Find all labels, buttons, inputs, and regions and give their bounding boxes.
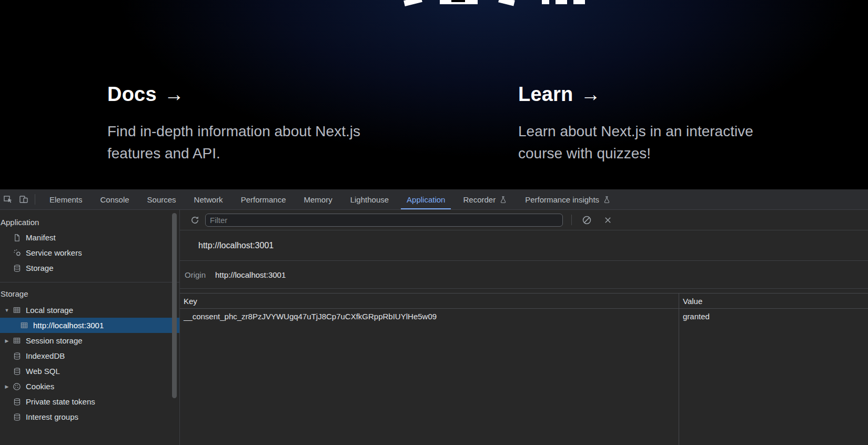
database-icon: [12, 351, 22, 361]
toolbar-separator: [571, 215, 572, 225]
arrow-right-icon: →: [164, 83, 184, 106]
docs-card-title: Docs →: [107, 83, 391, 106]
tab-network[interactable]: Network: [185, 189, 232, 209]
logo-fragment: [403, 0, 422, 6]
service-worker-icon: [12, 248, 22, 258]
tab-performance-insights[interactable]: Performance insights: [516, 189, 620, 209]
learn-title-text: Learn: [518, 83, 573, 106]
column-divider[interactable]: [679, 294, 679, 445]
sidebar-section-application: Application: [0, 214, 179, 230]
tab-label: Lighthouse: [350, 195, 389, 204]
storage-data-grid: Key Value __consent_phc_zr8PzJVYWUgq47uT…: [180, 293, 868, 445]
logo-fragment: [556, 0, 567, 4]
sidebar-item-web-sql[interactable]: Web SQL: [0, 363, 179, 379]
docs-card[interactable]: Docs → Find in-depth information about N…: [107, 83, 391, 165]
tab-label: Elements: [49, 195, 83, 204]
tab-lighthouse[interactable]: Lighthouse: [341, 189, 398, 209]
sidebar-item-http-localhost-3001[interactable]: http://localhost:3001: [0, 318, 179, 333]
tab-label: Sources: [147, 195, 176, 204]
learn-card-title: Learn →: [518, 83, 781, 106]
table-row[interactable]: __consent_phc_zr8PzJVYWUgq47uTjJ8Cp7uCXf…: [180, 309, 868, 324]
database-icon: [12, 264, 22, 273]
sidebar-item-label: Session storage: [26, 336, 83, 345]
arrow-right-icon: →: [580, 83, 600, 106]
document-icon: [12, 233, 22, 242]
devtools-tab-bar: ElementsConsoleSourcesNetworkPerformance…: [0, 189, 868, 210]
expander-open-icon[interactable]: ▼: [2, 308, 12, 313]
sidebar-item-manifest[interactable]: Manifest: [0, 230, 179, 245]
tab-label: Application: [407, 195, 445, 204]
application-sidebar: ApplicationManifestService workersStorag…: [0, 210, 180, 445]
value-column-header[interactable]: Value: [679, 297, 868, 306]
value-cell: granted: [679, 312, 868, 321]
delete-selected-icon[interactable]: [600, 213, 615, 227]
devtools-body: ApplicationManifestService workersStorag…: [0, 210, 868, 445]
database-icon: [12, 397, 22, 407]
filter-input[interactable]: [205, 214, 563, 227]
tab-label: Network: [194, 195, 223, 204]
sidebar-item-storage[interactable]: Storage: [0, 260, 179, 276]
tab-label: Recorder: [463, 195, 496, 204]
tab-label: Performance insights: [525, 195, 599, 204]
sidebar-item-private-state-tokens[interactable]: Private state tokens: [0, 394, 179, 409]
tab-application[interactable]: Application: [398, 189, 454, 209]
sidebar-item-label: Private state tokens: [26, 397, 95, 406]
inspect-element-icon[interactable]: [0, 189, 16, 209]
storage-origin-item[interactable]: http://localhost:3001: [180, 230, 868, 261]
table-icon: [19, 321, 29, 330]
sidebar-item-label: Storage: [26, 264, 54, 272]
expander-closed-icon[interactable]: ▶: [2, 338, 12, 343]
logo-fragment: [573, 0, 585, 4]
storage-main-panel: http://localhost:3001 Origin http://loca…: [180, 210, 868, 445]
tab-label: Memory: [304, 195, 332, 204]
sidebar-item-session-storage[interactable]: ▶Session storage: [0, 333, 179, 348]
database-icon: [12, 367, 22, 376]
sidebar-item-cookies[interactable]: ▶Cookies: [0, 379, 179, 394]
devtools-panel: ElementsConsoleSourcesNetworkPerformance…: [0, 189, 868, 445]
storage-origin-label: http://localhost:3001: [198, 241, 274, 250]
grid-rows: __consent_phc_zr8PzJVYWUgq47uTjJ8Cp7uCXf…: [180, 309, 868, 324]
sidebar-item-label: Manifest: [26, 233, 56, 242]
experiment-flask-icon: [603, 196, 611, 204]
expander-closed-icon[interactable]: ▶: [2, 384, 12, 389]
docs-card-description: Find in-depth information about Next.js …: [107, 120, 391, 165]
device-toolbar-icon[interactable]: [16, 189, 32, 209]
sidebar-item-label: http://localhost:3001: [33, 321, 104, 330]
refresh-icon[interactable]: [187, 213, 202, 227]
logo-fragment: [542, 0, 549, 4]
cookie-icon: [12, 382, 22, 391]
grid-header-row: Key Value: [180, 294, 868, 309]
tab-label: Performance: [241, 195, 286, 204]
sidebar-item-service-workers[interactable]: Service workers: [0, 245, 179, 260]
origin-label: Origin: [185, 270, 206, 279]
origin-metadata-row: Origin http://localhost:3001: [180, 261, 868, 289]
logo-fragment: [498, 0, 515, 6]
tab-elements[interactable]: Elements: [41, 189, 92, 209]
sidebar-tree: ApplicationManifestService workersStorag…: [0, 210, 179, 424]
sidebar-item-label: Cookies: [26, 382, 54, 391]
database-icon: [12, 412, 22, 422]
tab-memory[interactable]: Memory: [295, 189, 341, 209]
table-icon: [12, 336, 22, 346]
key-column-header[interactable]: Key: [180, 297, 679, 306]
sidebar-item-local-storage[interactable]: ▼Local storage: [0, 302, 179, 318]
tab-sources[interactable]: Sources: [138, 189, 185, 209]
devtools-tabs: ElementsConsoleSourcesNetworkPerformance…: [41, 189, 620, 209]
hero-clipped-graphic: [0, 0, 868, 7]
tab-console[interactable]: Console: [92, 189, 138, 209]
sidebar-item-label: Web SQL: [26, 367, 60, 376]
sidebar-scrollbar[interactable]: [172, 213, 177, 398]
sidebar-section-storage: Storage: [0, 282, 179, 302]
tab-recorder[interactable]: Recorder: [454, 189, 516, 209]
storage-toolbar: [180, 210, 868, 230]
key-cell: __consent_phc_zr8PzJVYWUgq47uTjJ8Cp7uCXf…: [180, 312, 679, 321]
experiment-flask-icon: [499, 196, 507, 204]
clear-all-icon[interactable]: [579, 213, 594, 227]
sidebar-item-interest-groups[interactable]: Interest groups: [0, 409, 179, 424]
sidebar-item-indexeddb[interactable]: IndexedDB: [0, 348, 179, 363]
toolbar-separator: [35, 194, 35, 205]
learn-card-description: Learn about Next.js in an interactive co…: [518, 120, 781, 165]
table-icon: [12, 306, 22, 315]
learn-card[interactable]: Learn → Learn about Next.js in an intera…: [518, 83, 781, 165]
tab-performance[interactable]: Performance: [232, 189, 295, 209]
